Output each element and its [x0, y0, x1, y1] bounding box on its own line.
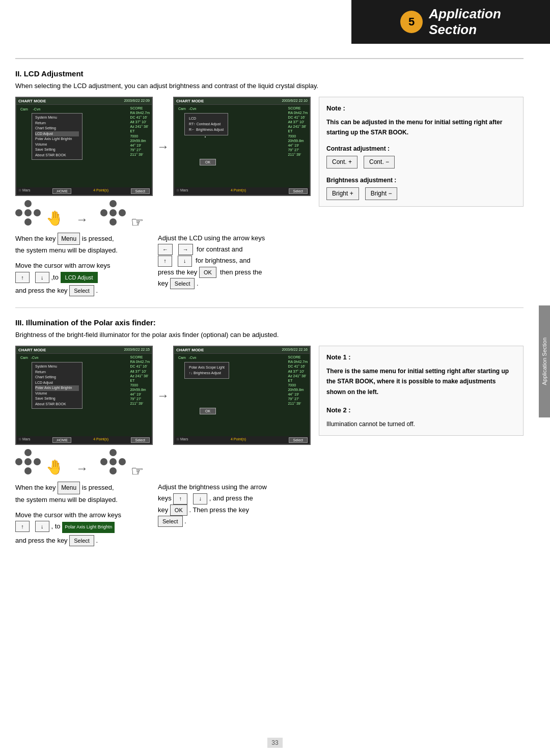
- text-to: ,to: [51, 273, 58, 281]
- key-left[interactable]: ←: [158, 244, 173, 255]
- key-up[interactable]: ↑: [15, 272, 30, 283]
- note-box-2: Note 1 : There is the same menu for init…: [319, 346, 524, 436]
- text-adjust-lcd: Adjust the LCD using the arrow keys: [158, 234, 265, 242]
- key-select[interactable]: Select: [69, 285, 94, 296]
- note1-body: This can be adjusted in the menu for ini…: [326, 117, 516, 138]
- key3-ok[interactable]: OK: [170, 505, 187, 516]
- text3-to: , to: [51, 522, 60, 530]
- text-key: key: [158, 279, 168, 287]
- key-right[interactable]: →: [178, 244, 193, 255]
- section2-title: II. LCD Adjustment: [15, 69, 524, 78]
- text-pressed: is pressed,: [82, 235, 114, 242]
- arrow-between: →: [157, 97, 169, 196]
- key-down2[interactable]: ↓: [178, 256, 192, 267]
- section3-screen1: CHART MODE 2003/6/22 22:15 Cam -Cvn SCOR…: [15, 346, 153, 445]
- main-content: II. LCD Adjustment When selecting the LC…: [0, 44, 539, 564]
- key3-select[interactable]: Select: [158, 516, 183, 527]
- bright-minus-btn[interactable]: Bright −: [365, 187, 398, 200]
- text3-dot: .: [184, 517, 186, 525]
- text3-and-press2: , and press the: [209, 494, 253, 502]
- section3-desc: Brightness of the bright-field illuminat…: [15, 331, 524, 339]
- section2-desc: When selecting the LCD adjustment, you c…: [15, 82, 524, 90]
- side-tab-label: Application Section: [541, 338, 547, 385]
- section2-screen1: CHART MODE 2003/6/22 22:09 Cam -Cvn SCOR…: [15, 97, 153, 196]
- text3-displayed: the system menu will be displayed.: [15, 496, 118, 503]
- header-title: Application Section: [429, 6, 501, 38]
- bright-plus-btn[interactable]: Bright +: [326, 187, 359, 200]
- page-number: 33: [267, 738, 283, 748]
- key3-up2[interactable]: ↑: [15, 521, 30, 532]
- key3-down[interactable]: ↓: [193, 493, 207, 505]
- text3-adjust: Adjust the brightness using the arrow: [158, 483, 267, 491]
- key-down[interactable]: ↓: [35, 272, 49, 283]
- section2-joystick-row: 🤚 → ☞: [15, 200, 311, 227]
- text-when: When the key: [15, 235, 56, 242]
- note2-body2: Illumination cannot be turned off.: [326, 419, 516, 429]
- brightness-btns: Bright + Bright −: [326, 187, 516, 200]
- text-press-select: and press the key: [15, 287, 68, 294]
- section2-text-row: When the key Menu is pressed, the system…: [15, 233, 311, 298]
- text3-pressed: is pressed,: [82, 484, 114, 491]
- note2-title1: Note 1 :: [326, 352, 516, 363]
- note1-title: Note :: [326, 103, 516, 114]
- section3-screen2: CHART MODE 2003/6/22 22:16 Cam -Cvn SCOR…: [173, 346, 311, 445]
- key3-select2[interactable]: Select: [69, 535, 94, 546]
- section2-text-left: When the key Menu is pressed, the system…: [15, 233, 148, 298]
- section-lcd: II. LCD Adjustment When selecting the LC…: [15, 69, 524, 298]
- key3-up[interactable]: ↑: [173, 493, 187, 505]
- text-displayed: the system menu will be displayed.: [15, 246, 118, 254]
- key-lcd-adjust[interactable]: LCD Adjust: [61, 272, 98, 283]
- text3-then: . Then press the key: [189, 506, 249, 514]
- arrow-between2: →: [157, 346, 169, 445]
- text-move: Move the cursor with arrow keys: [15, 262, 110, 269]
- note-box-1: Note : This can be adjusted in the menu …: [319, 97, 524, 207]
- section2-screenshots: CHART MODE 2003/6/22 22:09 Cam -Cvn SCOR…: [15, 97, 311, 298]
- cont-minus-btn[interactable]: Cont. −: [364, 156, 395, 169]
- text3-period: .: [96, 537, 98, 544]
- section3-screenshots: CHART MODE 2003/6/22 22:15 Cam -Cvn SCOR…: [15, 346, 311, 548]
- section3-screen-pair: CHART MODE 2003/6/22 22:15 Cam -Cvn SCOR…: [15, 346, 311, 445]
- section3-content-row: CHART MODE 2003/6/22 22:15 Cam -Cvn SCOR…: [15, 346, 524, 548]
- section2-text-right: Adjust the LCD using the arrow keys ← → …: [158, 233, 311, 298]
- key-ok[interactable]: OK: [199, 267, 216, 278]
- text3-when: When the key: [15, 484, 56, 491]
- text3-key: key: [158, 506, 168, 514]
- cont-plus-btn[interactable]: Cont. +: [326, 156, 358, 169]
- key3-polar[interactable]: Polar Axis Light Brightn: [62, 522, 115, 533]
- section2-screen2: CHART MODE 2003/6/22 22:10 Cam -Cvn SCOR…: [173, 97, 311, 196]
- section2-screen-pair: CHART MODE 2003/6/22 22:09 Cam -Cvn SCOR…: [15, 97, 311, 196]
- header: 5 Application Section: [351, 0, 550, 44]
- text3-and-press: and press the key: [15, 537, 68, 544]
- key3-menu[interactable]: Menu: [58, 482, 80, 494]
- contrast-label: Contrast adjustment :: [326, 144, 516, 154]
- key3-down2[interactable]: ↓: [35, 521, 49, 532]
- section3-joystick-row: 🤚 → ☞: [15, 449, 311, 475]
- section3-text-right: Adjust the brightness using the arrow ke…: [158, 482, 311, 548]
- contrast-btns: Cont. + Cont. −: [326, 156, 516, 169]
- note2-body1: There is the same menu for initial setti…: [326, 366, 516, 397]
- text-period: .: [96, 287, 98, 294]
- section2-content-row: CHART MODE 2003/6/22 22:09 Cam -Cvn SCOR…: [15, 97, 524, 298]
- section3-title: III. Illumination of the Polar axis find…: [15, 318, 524, 327]
- section-divider: [15, 307, 524, 308]
- text-then-press: then press the: [220, 268, 262, 276]
- text-dot: .: [197, 279, 199, 287]
- text3-keys: keys: [158, 494, 172, 502]
- section-number: 5: [400, 11, 423, 33]
- section3-text-left: When the key Menu is pressed, the system…: [15, 482, 148, 548]
- text3-move: Move the cursor with the arrow keys: [15, 511, 121, 519]
- key-select2[interactable]: Select: [170, 278, 195, 289]
- key-menu[interactable]: Menu: [58, 233, 80, 245]
- text-for-contrast: for contrast and: [197, 245, 242, 253]
- section3-text-row: When the key Menu is pressed, the system…: [15, 482, 311, 548]
- section-polar: III. Illumination of the Polar axis find…: [15, 318, 524, 548]
- key-up2[interactable]: ↑: [158, 256, 172, 267]
- brightness-label: Brightness adjustment :: [326, 176, 516, 185]
- section3-note: Note 1 : There is the same menu for init…: [319, 346, 524, 548]
- side-tab: Application Section: [539, 305, 550, 417]
- text-press-ok: press the key: [158, 268, 197, 276]
- text-for-brightness: for brightness, and: [196, 257, 251, 264]
- section2-note: Note : This can be adjusted in the menu …: [319, 97, 524, 298]
- note2-title2: Note 2 :: [326, 405, 516, 416]
